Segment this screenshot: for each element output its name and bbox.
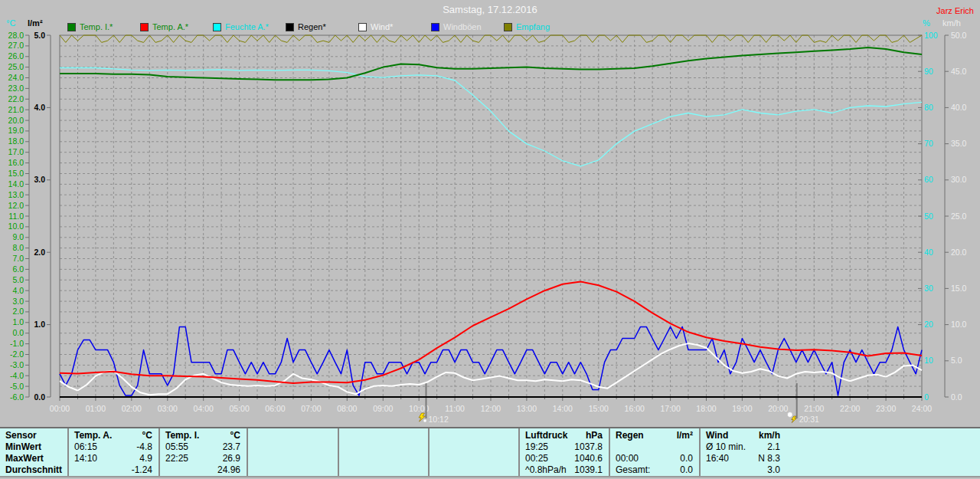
legend-item-wind: Wind* [358, 22, 393, 31]
axis-tick-label-wind_kmh: 35.0 [951, 139, 967, 148]
axis-tick-label-humidity_pct: 0 [924, 392, 929, 402]
legend-label: Regen* [298, 22, 326, 31]
wind-avg-label: Ø 10 min. [706, 441, 746, 453]
wind-max-time: 16:40 [706, 453, 729, 464]
stats-table: Sensor MinWert MaxWert Durchschnitt Temp… [0, 427, 980, 477]
axis-tick-label-wind_kmh: 40.0 [951, 103, 967, 112]
axis-tick-label-temp_c: -6.0 [10, 392, 24, 402]
wind-gust-avg: 3.0 [767, 464, 780, 476]
axis-tick-label-wind_kmh: 30.0 [951, 175, 967, 184]
x-axis-label: 00:00 [50, 404, 70, 413]
legend-item-feuchte: Feuchte A.* [213, 22, 269, 31]
stats-col-wind: Windkm/h Ø 10 min.2.1 16:40N 8.3 3.0 [699, 428, 980, 476]
axis-tick-label-temp_c: 27.0 [8, 41, 24, 50]
max-value: 26.9 [223, 453, 240, 464]
min-time: 05:55 [165, 441, 188, 453]
axis-tick-label-humidity_pct: 40 [924, 248, 933, 257]
axis-tick-label-temp_c: 5.0 [12, 275, 24, 284]
sensor-name: Regen [616, 430, 644, 441]
axis-tick-label-humidity_pct: 20 [924, 320, 933, 329]
min-time: 06:15 [74, 441, 97, 453]
windboeen-swatch-icon [431, 23, 439, 31]
empfang-swatch-icon [504, 23, 512, 31]
avg-value: -1.24 [132, 464, 152, 476]
x-axis-label: 04:00 [194, 404, 214, 413]
axis-tick-label-rain_lm2: 5.0 [34, 31, 45, 40]
sensor-name: Temp. A. [74, 430, 112, 441]
x-axis-label: 20:00 [768, 404, 788, 413]
x-axis-label: 05:00 [229, 404, 249, 413]
axis-tick-label-temp_c: 22.0 [8, 94, 24, 103]
legend-item-temp-a: Temp. A.* [140, 22, 188, 31]
axis-tick-label-rain_lm2: 3.0 [34, 175, 45, 184]
axis-tick-label-humidity_pct: 30 [924, 284, 933, 293]
min-value: 23.7 [223, 441, 240, 453]
cloud-icon [787, 412, 792, 418]
axis-tick-label-temp_c: 9.0 [12, 232, 24, 241]
rain-value: 0.0 [680, 453, 693, 464]
axis-tick-label-temp_c: 19.0 [8, 126, 24, 135]
x-axis-label: 11:00 [445, 404, 465, 413]
axis-tick-label-wind_kmh: 20.0 [951, 248, 967, 257]
axis-tick-label-temp_c: 28.0 [8, 31, 24, 40]
legend-label: Temp. A.* [152, 22, 188, 31]
x-axis-label: 03:00 [158, 404, 178, 413]
rain-total-value: 0.0 [680, 464, 693, 476]
axis-tick-label-temp_c: 4.0 [12, 286, 24, 295]
axis-tick-label-temp_c: 17.0 [8, 147, 24, 156]
page-title: Samstag, 17.12.2016 [0, 4, 980, 15]
feuchte-swatch-icon [213, 23, 221, 31]
max-value: 4.9 [139, 453, 152, 464]
legend-item-empfang: Empfang [504, 22, 550, 31]
axis-tick-label-temp_c: -4.0 [10, 371, 24, 380]
temp-a-swatch-icon [140, 23, 149, 31]
axis-tick-label-humidity_pct: 90 [924, 67, 933, 76]
stats-col-empty-3 [428, 428, 518, 476]
axis-tick-label-temp_c: 14.0 [8, 179, 24, 189]
axis-tick-label-temp_c: 6.0 [12, 264, 24, 274]
x-axis-label: 18:00 [696, 404, 716, 413]
axis-tick-label-temp_c: 10.0 [8, 221, 24, 231]
max-time: 00:25 [525, 453, 548, 464]
max-time: 22:25 [165, 453, 188, 464]
axis-tick-label-wind_kmh: 10.0 [951, 320, 967, 329]
station-owner-label: Jarz Erich [936, 6, 974, 15]
wind-avg-value: 2.1 [767, 441, 780, 453]
x-axis-label: 23:00 [876, 404, 896, 413]
axis-tick-label-temp_c: 26.0 [8, 51, 24, 61]
legend-item-temp-i: Temp. I.* [67, 22, 113, 31]
axis-tick-label-temp_c: -1.0 [10, 339, 24, 348]
avg-value: 24.96 [217, 464, 240, 476]
lightning-icon [792, 416, 797, 423]
axis-tick-label-humidity_pct: 70 [924, 139, 933, 148]
x-axis-label: 24:00 [912, 404, 932, 413]
axis-tick-label-temp_c: 13.0 [8, 190, 24, 199]
axis-tick-label-temp_c: -5.0 [10, 382, 24, 391]
sensor-unit: hPa [586, 430, 603, 441]
sensor-name: Temp. I. [165, 430, 199, 441]
min-time: 19:25 [525, 441, 548, 453]
axis-tick-label-humidity_pct: 80 [924, 103, 933, 112]
axis-tick-label-temp_c: 0.0 [12, 328, 24, 337]
x-axis-label: 17:00 [660, 404, 680, 413]
axis-tick-label-temp_c: 15.0 [8, 169, 24, 178]
axis-tick-label-rain_lm2: 1.0 [34, 320, 45, 329]
x-axis-label: 09:00 [373, 404, 393, 413]
legend-label: Feuchte A.* [225, 22, 269, 31]
axis-tick-label-wind_kmh: 0.0 [951, 392, 962, 402]
sensor-unit: °C [230, 430, 240, 441]
stats-row-label: MaxWert [0, 453, 67, 464]
cloud-dot-icon [423, 419, 426, 422]
axis-tick-label-temp_c: 2.0 [12, 307, 24, 316]
sensor-unit: °C [142, 430, 152, 441]
axis-tick-label-temp_c: 8.0 [12, 243, 24, 252]
axis-tick-label-temp_c: 18.0 [8, 136, 24, 146]
axis-tick-label-wind_kmh: 15.0 [951, 284, 967, 293]
stats-row-label: Durchschnitt [0, 464, 67, 476]
x-axis-label: 08:00 [337, 404, 357, 413]
axis-tick-label-temp_c: 24.0 [8, 73, 24, 82]
avg-value: 1039.1 [574, 464, 603, 476]
wind-max-value: N 8.3 [758, 453, 780, 464]
axis-tick-label-temp_c: 12.0 [8, 201, 24, 210]
sensor-unit: l/m² [677, 430, 693, 441]
